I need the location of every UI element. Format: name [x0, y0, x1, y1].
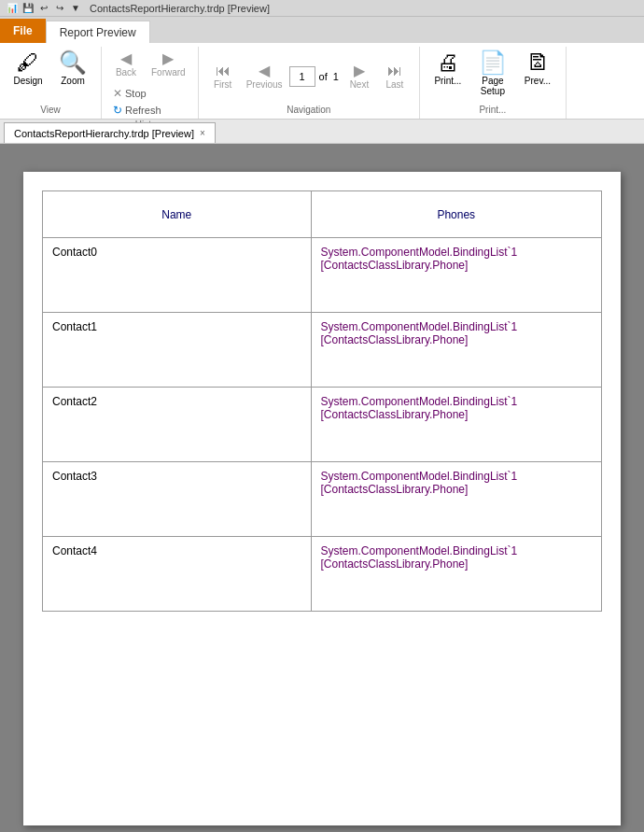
print-preview-icon: 🖺 [526, 51, 549, 74]
table-row: Contact4System.ComponentModel.BindingLis… [43, 537, 602, 612]
name-cell: Contact0 [43, 238, 312, 313]
doc-tab-close[interactable]: × [200, 128, 205, 138]
doc-tabs: ContactsReportHierarchy.trdp [Preview] × [0, 120, 644, 144]
back-icon: ◀ [120, 51, 132, 66]
doc-tab[interactable]: ContactsReportHierarchy.trdp [Preview] × [4, 122, 216, 143]
report-page: Name Phones Contact0System.ComponentMode… [23, 172, 621, 825]
last-icon: ⏭ [387, 63, 402, 78]
table-row: Contact0System.ComponentModel.BindingLis… [43, 238, 602, 313]
print-button[interactable]: 🖨 Print... [427, 49, 469, 89]
zoom-icon: 🔍 [59, 51, 87, 74]
tab-file[interactable]: File [0, 19, 46, 43]
refresh-icon: ↻ [113, 104, 122, 117]
table-row: Contact2System.ComponentModel.BindingLis… [43, 388, 602, 462]
stop-refresh-group: ✕ Stop ↻ Refresh [109, 82, 165, 118]
of-label: of [319, 71, 328, 82]
name-cell: Contact3 [43, 462, 312, 537]
phones-cell: System.ComponentModel.BindingList`1[Cont… [311, 462, 601, 537]
undo-icon[interactable]: ↩ [37, 2, 50, 15]
title-bar: 📊 💾 ↩ ↪ ▼ ContactsReportHierarchy.trdp [… [0, 0, 644, 17]
print-preview-button[interactable]: 🖺 Prev... [517, 49, 558, 89]
ribbon-body: 🖋 Design 🔍 Zoom View ◀ Back ▶ Forward [0, 43, 644, 120]
save-icon[interactable]: 💾 [21, 2, 35, 15]
ribbon-group-navigation: ⏮ First ◀ Previous of 1 ▶ Next ⏭ Last Na… [199, 47, 420, 119]
print-group-label: Print... [479, 103, 506, 119]
stop-button[interactable]: ✕ Stop [109, 86, 165, 101]
stop-icon: ✕ [113, 87, 122, 100]
forward-button: ▶ Forward [147, 49, 190, 80]
report-table: Name Phones Contact0System.ComponentMode… [42, 190, 602, 612]
design-button[interactable]: 🖋 Design [7, 49, 49, 89]
phones-cell: System.ComponentModel.BindingList`1[Cont… [311, 313, 601, 388]
back-button: ◀ Back [109, 49, 143, 80]
title-bar-icons: 📊 💾 ↩ ↪ ▼ [6, 2, 82, 15]
previous-icon: ◀ [259, 63, 270, 78]
tab-report-preview[interactable]: Report Preview [46, 21, 150, 43]
table-row: Contact1System.ComponentModel.BindingLis… [43, 313, 602, 388]
window-title: ContactsReportHierarchy.trdp [Preview] [90, 3, 270, 14]
next-icon: ▶ [354, 63, 365, 78]
refresh-button[interactable]: ↻ Refresh [109, 103, 165, 118]
table-row: Contact3System.ComponentModel.BindingLis… [43, 462, 602, 537]
ribbon-group-print: 🖨 Print... 📄 Page Setup 🖺 Prev... Print.… [420, 47, 567, 119]
ribbon-group-view: 🖋 Design 🔍 Zoom View [0, 47, 102, 119]
page-setup-icon: 📄 [479, 51, 507, 74]
header-phones: Phones [311, 191, 601, 238]
previous-button: ◀ Previous [242, 61, 287, 92]
name-cell: Contact4 [43, 537, 312, 612]
print-icon: 🖨 [437, 51, 459, 74]
view-group-label: View [40, 103, 61, 119]
forward-icon: ▶ [162, 51, 174, 66]
ribbon-tabs: File Report Preview [0, 17, 644, 43]
page-number-input[interactable] [289, 66, 315, 87]
first-icon: ⏮ [216, 63, 231, 78]
design-icon: 🖋 [17, 51, 39, 74]
page-setup-button[interactable]: 📄 Page Setup [472, 49, 513, 99]
zoom-button[interactable]: 🔍 Zoom [52, 49, 93, 89]
content-area: Name Phones Contact0System.ComponentMode… [0, 144, 644, 832]
header-name: Name [43, 191, 312, 238]
name-cell: Contact1 [43, 313, 312, 388]
phones-cell: System.ComponentModel.BindingList`1[Cont… [311, 388, 601, 462]
app-icon: 📊 [6, 2, 19, 15]
name-cell: Contact2 [43, 388, 312, 462]
navigation-group-label: Navigation [287, 103, 330, 119]
last-button: ⏭ Last [378, 61, 412, 92]
redo-icon[interactable]: ↪ [53, 2, 66, 15]
phones-cell: System.ComponentModel.BindingList`1[Cont… [311, 537, 601, 612]
doc-tab-label: ContactsReportHierarchy.trdp [Preview] [14, 128, 194, 139]
phones-cell: System.ComponentModel.BindingList`1[Cont… [311, 238, 601, 313]
next-button: ▶ Next [343, 61, 376, 92]
customize-icon[interactable]: ▼ [69, 2, 82, 15]
total-pages: 1 [333, 71, 339, 82]
ribbon-group-history: ◀ Back ▶ Forward ✕ Stop ↻ Refresh His [102, 47, 199, 119]
first-button: ⏮ First [206, 61, 240, 92]
